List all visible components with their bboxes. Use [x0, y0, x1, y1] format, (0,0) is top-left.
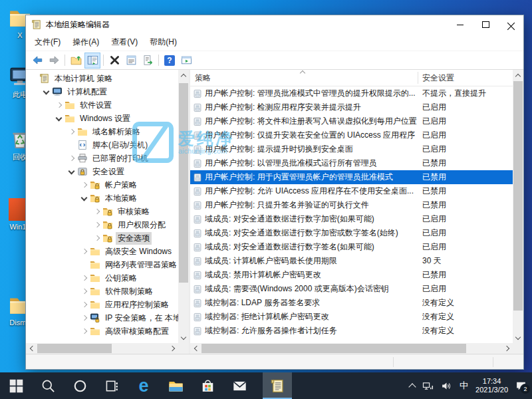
taskbar-cortana-button[interactable] [64, 372, 96, 399]
scroll-up-icon[interactable] [513, 70, 523, 80]
chevron-right-icon[interactable] [79, 273, 89, 283]
scroll-up-icon[interactable] [178, 70, 189, 80]
show-console-tree-button[interactable] [84, 53, 100, 68]
network-icon[interactable] [422, 380, 434, 392]
chevron-right-icon[interactable] [79, 313, 89, 323]
tree-item[interactable]: 软件限制策略 [26, 285, 178, 298]
column-header-setting[interactable]: 安全设置 [422, 72, 454, 84]
tree-item[interactable]: 应用程序控制策略 [26, 298, 178, 311]
tree-item[interactable]: 高级审核策略配置 [26, 325, 178, 338]
policy-row[interactable]: 域成员: 计算机帐户密码最长使用期限30 天 [190, 254, 513, 268]
policy-row[interactable]: 域成员: 对安全通道数据进行数字签名(如果可能)已启用 [190, 240, 513, 254]
forward-button[interactable] [46, 53, 62, 68]
column-header-policy[interactable]: 策略 [195, 72, 211, 84]
chevron-right-icon[interactable] [79, 287, 89, 296]
tree-item[interactable]: 脚本(启动/关机) [26, 138, 178, 152]
policy-row[interactable]: 域成员: 禁用计算机帐户密码更改已禁用 [190, 268, 513, 282]
clock[interactable]: 17:34 2021/3/20 [475, 377, 508, 394]
chevron-down-icon[interactable] [66, 167, 76, 176]
export-list-button[interactable] [140, 53, 156, 68]
chevron-right-icon[interactable] [66, 127, 76, 136]
close-button[interactable] [498, 15, 523, 34]
tree-item[interactable]: 本地计算机 策略 [26, 72, 178, 85]
policy-row[interactable]: 用户帐户控制: 以管理员批准模式运行所有管理员已禁用 [190, 156, 513, 170]
policy-row[interactable]: 域控制器: 拒绝计算机帐户密码更改没有定义 [190, 310, 513, 324]
chevron-right-icon[interactable] [92, 220, 102, 229]
tree-item[interactable]: 计算机配置 [26, 85, 178, 98]
chevron-down-icon[interactable] [79, 194, 89, 203]
taskbar-file-explorer-button[interactable] [160, 372, 192, 399]
tree-vscroll-thumb[interactable] [179, 83, 188, 283]
chevron-down-icon[interactable] [54, 114, 64, 123]
tree-hscroll-thumb[interactable] [37, 344, 112, 353]
policy-row[interactable]: 用户帐户控制: 仅提升安装在安全位置的 UIAccess 应用程序已启用 [190, 128, 513, 142]
scroll-right-icon[interactable] [502, 343, 513, 354]
policy-row[interactable]: 域控制器: LDAP 服务器签名要求没有定义 [190, 296, 513, 310]
tree-item[interactable]: 安全选项 [26, 231, 178, 245]
chevron-right-icon[interactable] [92, 233, 102, 243]
policy-row[interactable]: 用户帐户控制: 只提升签名并验证的可执行文件已禁用 [190, 198, 513, 212]
scroll-left-icon[interactable] [190, 343, 201, 354]
volume-icon[interactable] [441, 380, 452, 392]
chevron-right-icon[interactable] [66, 154, 76, 163]
new-window-button[interactable] [178, 53, 194, 68]
taskbar-start-button[interactable] [0, 372, 32, 399]
back-button[interactable] [29, 53, 45, 68]
column-divider[interactable] [418, 72, 418, 84]
list-vertical-scrollbar[interactable] [513, 70, 523, 343]
list-vscroll-thumb[interactable] [513, 81, 523, 311]
tree-item[interactable]: 安全设置 [26, 165, 178, 178]
ime-indicator[interactable]: 中 [460, 380, 468, 392]
tree-vertical-scrollbar[interactable] [178, 70, 189, 343]
chevron-right-icon[interactable] [54, 100, 64, 110]
tree-item[interactable]: 已部署的打印机 [26, 152, 178, 165]
policy-row[interactable]: 用户帐户控制: 提示提升时切换到安全桌面已启用 [190, 142, 513, 156]
tray-chevron-up-icon[interactable] [408, 383, 416, 390]
tree-item[interactable]: 用户权限分配 [26, 218, 178, 231]
title-bar[interactable]: 本地组策略编辑器 [26, 15, 523, 34]
tree-item[interactable]: 高级安全 Windows [26, 245, 178, 258]
menu-view[interactable]: 查看(V) [105, 35, 144, 50]
scroll-down-icon[interactable] [178, 332, 189, 343]
chevron-down-icon[interactable] [41, 87, 51, 96]
tree-item[interactable]: Windows 设置 [26, 112, 178, 125]
menu-file[interactable]: 文件(F) [29, 35, 66, 50]
tree-item[interactable]: 帐户策略 [26, 178, 178, 192]
chevron-right-icon[interactable] [79, 247, 89, 256]
chevron-right-icon[interactable] [92, 207, 102, 216]
tree-item[interactable]: 域名解析策略 [26, 125, 178, 138]
help-button[interactable] [162, 53, 178, 68]
taskbar-gpedit-button[interactable] [263, 372, 292, 399]
scroll-right-icon[interactable] [168, 343, 178, 354]
taskbar-edge-button[interactable]: e [128, 372, 160, 399]
tree-item[interactable]: 本地策略 [26, 192, 178, 205]
minimize-button[interactable] [448, 15, 473, 34]
action-center-button[interactable]: 2 [515, 380, 527, 392]
taskbar-mail-button[interactable] [223, 372, 255, 399]
taskbar-task-view-button[interactable] [96, 372, 128, 399]
taskbar-store-button[interactable] [192, 372, 223, 399]
menu-help[interactable]: 帮助(H) [144, 35, 183, 50]
chevron-right-icon[interactable] [79, 300, 89, 309]
tree-item[interactable]: 软件设置 [26, 98, 178, 112]
scroll-left-icon[interactable] [26, 343, 37, 354]
scroll-down-icon[interactable] [513, 332, 523, 343]
properties-button[interactable] [123, 53, 139, 68]
policy-row[interactable]: 域控制器: 允许服务器操作者计划任务没有定义 [190, 324, 513, 338]
tree-horizontal-scrollbar[interactable] [26, 343, 178, 354]
chevron-right-icon[interactable] [79, 327, 89, 336]
chevron-right-icon[interactable] [79, 180, 89, 190]
policy-row[interactable]: 用户帐户控制: 用于内置管理员帐户的管理员批准模式已禁用 [190, 170, 513, 184]
delete-button[interactable] [106, 53, 122, 68]
policy-row[interactable]: 用户帐户控制: 检测应用程序安装并提示提升已启用 [190, 100, 513, 114]
up-one-level-button[interactable] [68, 53, 84, 68]
policy-row[interactable]: 用户帐户控制: 将文件和注册表写入错误虚拟化到每用户位置已启用 [190, 114, 513, 128]
policy-row[interactable]: 域成员: 对安全通道数据进行数字加密(如果可能)已启用 [190, 212, 513, 226]
policy-row[interactable]: 域成员: 对安全通道数据进行数字加密或数字签名(始终)已启用 [190, 226, 513, 240]
maximize-button[interactable] [473, 15, 498, 34]
policy-row[interactable]: 用户帐户控制: 允许 UIAccess 应用程序在不使用安全桌面...已禁用 [190, 184, 513, 198]
list-hscroll-thumb[interactable] [201, 344, 466, 353]
list-horizontal-scrollbar[interactable] [190, 343, 513, 354]
policy-row[interactable]: 域成员: 需要强(Windows 2000 或更高版本)会话密钥已启用 [190, 282, 513, 296]
tree-item[interactable]: IP 安全策略，在 本地 [26, 311, 178, 325]
